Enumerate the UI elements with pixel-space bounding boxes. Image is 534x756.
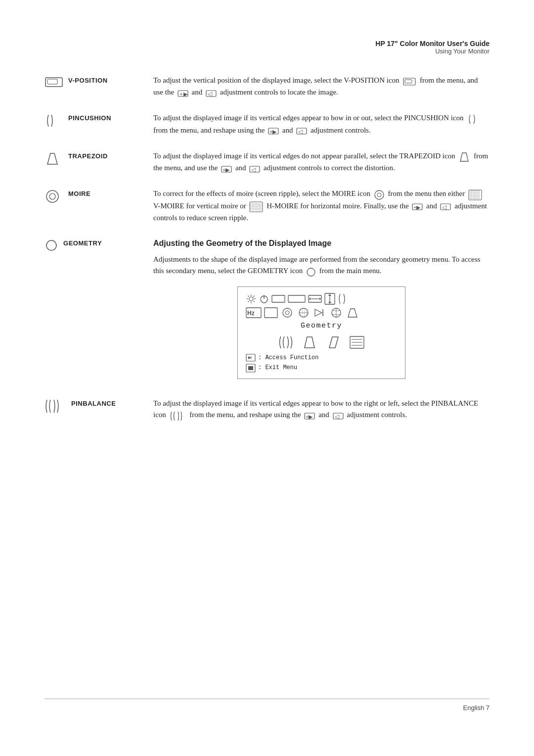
svg-line-50 <box>254 295 255 296</box>
svg-text:◁: ◁ <box>335 413 340 420</box>
svg-point-20 <box>49 193 55 199</box>
left-arrow-icon5: ◁ <box>333 410 344 421</box>
svg-text:◁: ◁ <box>442 204 447 211</box>
svg-text:+▶: +▶ <box>306 414 313 420</box>
svg-text:◁: ◁ <box>208 91 213 97</box>
pinbalance-label: PINBALANCE <box>71 399 116 407</box>
pinbalance-icon <box>44 399 66 414</box>
exit-menu-text: : Exit Menu <box>258 363 297 373</box>
geometry-top-row <box>246 293 397 305</box>
plus-arrow-icon: +▶ <box>178 87 188 98</box>
svg-line-51 <box>248 301 249 302</box>
page-header: HP 17" Color Monitor User's Guide Using … <box>44 40 490 55</box>
left-arrow-icon3: ◁ <box>249 163 260 174</box>
trapezoid-inline-icon <box>458 151 470 163</box>
svg-marker-82 <box>305 337 314 348</box>
entry-geometry: GEOMETRY Adjusting the Geometry of the D… <box>44 237 490 384</box>
svg-point-68 <box>285 311 289 315</box>
minus-arrow-icon2: ◁ <box>296 125 307 137</box>
pincushion-text: To adjust the displayed image if its ver… <box>153 112 490 137</box>
vmoire-inline-icon <box>468 189 482 200</box>
svg-text:+: + <box>179 91 182 97</box>
svg-marker-62 <box>328 294 331 296</box>
v-position-text: To adjust the vertical position of the d… <box>153 75 490 98</box>
plus-arrow-icon5: +▶ <box>304 410 315 421</box>
pinbalance-inline-icon <box>170 410 186 422</box>
entry-icon-area-pinbalance: PINBALANCE <box>44 398 153 414</box>
header-title: HP 17" Color Monitor User's Guide <box>44 40 490 47</box>
svg-point-42 <box>307 268 315 276</box>
trapezoid-label: TRAPEZOID <box>68 151 108 160</box>
geometry-exit-label: : Exit Menu <box>246 363 397 373</box>
entry-icon-area-pincushion: PINCUSHION <box>44 112 153 128</box>
geometry-heading: Adjusting the Geometry of the Displayed … <box>153 237 490 250</box>
svg-text:▶: ▶ <box>183 91 188 97</box>
moire-label: MOIRE <box>68 189 90 197</box>
svg-marker-89 <box>248 356 251 359</box>
pincushion-icon <box>44 113 63 128</box>
geometry-inline-icon <box>306 266 316 277</box>
geometry-menu-label: Geometry <box>246 320 397 331</box>
moire-inline-icon <box>374 189 385 200</box>
minus-arrow-icon: ◁ <box>206 87 217 98</box>
geometry-text: Adjusting the Geometry of the Displayed … <box>153 237 490 384</box>
access-function-text: : Access Function <box>258 353 318 363</box>
geometry-sub-icons <box>246 335 397 349</box>
svg-marker-59 <box>319 297 321 300</box>
svg-text:+▶: +▶ <box>269 129 277 135</box>
svg-marker-75 <box>315 309 322 316</box>
entries-list: V-POSITION To adjust the vertical positi… <box>44 75 490 422</box>
svg-point-21 <box>375 190 384 199</box>
geometry-access-label: : Access Function <box>246 353 397 363</box>
svg-line-49 <box>254 301 255 302</box>
entry-v-position: V-POSITION To adjust the vertical positi… <box>44 75 490 98</box>
entry-pinbalance: PINBALANCE To adjust the displayed image… <box>44 398 490 422</box>
svg-marker-14 <box>460 153 468 161</box>
svg-text:◁: ◁ <box>251 166 256 173</box>
plus-arrow-icon2: +▶ <box>268 125 279 137</box>
svg-marker-81 <box>348 309 357 317</box>
svg-marker-58 <box>309 297 311 300</box>
entry-trapezoid: TRAPEZOID To adjust the displayed image … <box>44 150 490 175</box>
svg-rect-1 <box>47 79 57 84</box>
left-arrow-icon4: ◁ <box>440 201 451 212</box>
moire-text: To correct for the effects of moire (scr… <box>153 188 490 224</box>
moire-icon <box>44 189 63 204</box>
footer: English 7 <box>44 699 490 711</box>
entry-icon-area-v-position: V-POSITION <box>44 75 153 89</box>
v-position-label: V-POSITION <box>68 76 108 84</box>
svg-text:+▶: +▶ <box>222 167 230 173</box>
svg-point-22 <box>377 193 381 197</box>
page: HP 17" Color Monitor User's Guide Using … <box>0 0 534 756</box>
entry-pincushion: PINCUSHION To adjust the displayed image… <box>44 112 490 137</box>
plus-arrow-icon3: +▶ <box>221 163 232 174</box>
plus-arrow-icon4: +▶ <box>412 201 423 212</box>
entry-icon-area-moire: MOIRE <box>44 188 153 204</box>
svg-point-19 <box>46 190 58 202</box>
pincushion-inline-icon <box>467 113 481 125</box>
entry-moire: MOIRE To correct for the effects of moir… <box>44 188 490 224</box>
pinbalance-text: To adjust the displayed image if its ver… <box>153 398 490 422</box>
svg-point-67 <box>283 308 292 317</box>
svg-marker-13 <box>47 153 57 164</box>
v-position-inline-icon <box>402 75 416 87</box>
geometry-label: GEOMETRY <box>63 238 102 247</box>
svg-marker-63 <box>328 302 331 304</box>
svg-rect-92 <box>248 366 253 370</box>
header-subtitle: Using Your Monitor <box>44 47 490 55</box>
svg-rect-55 <box>288 295 305 302</box>
svg-text:◁: ◁ <box>298 128 303 135</box>
geometry-bottom-row: Hz <box>246 307 397 318</box>
hmoire-inline-icon <box>249 201 263 213</box>
entry-icon-area-trapezoid: TRAPEZOID <box>44 150 153 166</box>
v-position-icon <box>44 76 63 89</box>
svg-marker-83 <box>329 337 338 348</box>
svg-rect-2 <box>403 78 415 85</box>
svg-rect-23 <box>469 190 482 200</box>
svg-text:+▶: +▶ <box>413 204 421 210</box>
svg-point-41 <box>46 240 56 250</box>
svg-rect-66 <box>265 308 277 318</box>
svg-text:Hz: Hz <box>247 310 255 317</box>
pincushion-label: PINCUSHION <box>68 113 111 122</box>
trapezoid-text: To adjust the displayed image if its ver… <box>153 150 490 175</box>
